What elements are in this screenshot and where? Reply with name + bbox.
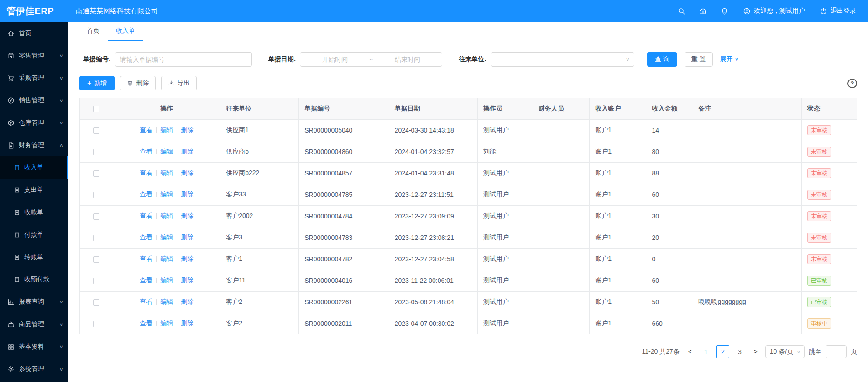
delete-link[interactable]: 删除 xyxy=(181,191,193,198)
delete-link[interactable]: 删除 xyxy=(181,148,193,155)
retail-icon xyxy=(7,52,15,59)
search-button[interactable]: 查 询 xyxy=(647,52,677,67)
cell-amount: 60 xyxy=(646,184,693,206)
row-checkbox[interactable] xyxy=(93,256,99,263)
cell-amount: 14 xyxy=(646,120,693,141)
edit-link[interactable]: 编辑 xyxy=(160,169,173,176)
prev-page-button[interactable]: < xyxy=(685,345,695,358)
edit-link[interactable]: 编辑 xyxy=(160,319,173,327)
edit-link[interactable]: 编辑 xyxy=(160,126,173,133)
delete-link[interactable]: 删除 xyxy=(181,276,193,284)
select-all-checkbox[interactable] xyxy=(93,106,99,112)
view-link[interactable]: 查看 xyxy=(140,298,152,305)
cell-bill-no: SR00000004784 xyxy=(299,206,389,227)
date-start-input[interactable] xyxy=(300,56,369,63)
warehouse-icon xyxy=(7,119,15,127)
sidebar-item-retail[interactable]: 零售管理∨ xyxy=(0,44,68,67)
page-button-3[interactable]: 3 xyxy=(733,345,746,358)
view-link[interactable]: 查看 xyxy=(140,212,152,219)
header-actions: 欢迎您，测试用户 退出登录 xyxy=(664,7,868,15)
view-link[interactable]: 查看 xyxy=(140,126,152,133)
sidebar-item-system[interactable]: 系统管理∨ xyxy=(0,358,68,380)
view-link[interactable]: 查看 xyxy=(140,148,152,155)
user-welcome[interactable]: 欢迎您，测试用户 xyxy=(743,7,805,15)
logout-button[interactable]: 退出登录 xyxy=(820,7,856,15)
sidebar-item-sales[interactable]: 销售管理∨ xyxy=(0,89,68,111)
row-checkbox[interactable] xyxy=(93,213,99,220)
delete-link[interactable]: 删除 xyxy=(181,233,193,241)
help-icon[interactable]: ? xyxy=(847,79,857,88)
row-checkbox[interactable] xyxy=(93,235,99,241)
view-link[interactable]: 查看 xyxy=(140,276,152,284)
add-button[interactable]: + 新增 xyxy=(79,76,115,90)
cell-finance-staff xyxy=(533,313,589,334)
jump-input[interactable] xyxy=(826,345,847,358)
purchase-icon xyxy=(7,74,15,82)
view-link[interactable]: 查看 xyxy=(140,233,152,241)
sidebar-item-basic[interactable]: 基本资料∨ xyxy=(0,335,68,358)
page-size-select[interactable]: 10 条/页 ∨ xyxy=(765,345,805,358)
edit-link[interactable]: 编辑 xyxy=(160,255,173,262)
link-divider xyxy=(156,235,157,240)
expand-link[interactable]: 展开 ∨ xyxy=(720,55,738,64)
sidebar-subitem-income-bill[interactable]: 收入单 xyxy=(0,156,68,179)
sidebar-item-purchase[interactable]: 采购管理∨ xyxy=(0,67,68,89)
delete-link[interactable]: 删除 xyxy=(181,255,193,262)
row-checkbox[interactable] xyxy=(93,299,99,306)
link-divider xyxy=(156,299,157,305)
edit-link[interactable]: 编辑 xyxy=(160,298,173,305)
view-link[interactable]: 查看 xyxy=(140,319,152,327)
date-range-picker[interactable]: ~ xyxy=(300,52,442,67)
row-checkbox[interactable] xyxy=(93,192,99,198)
delete-link[interactable]: 删除 xyxy=(181,169,193,176)
cell-checkbox xyxy=(80,184,113,206)
delete-button[interactable]: 删除 xyxy=(120,76,156,90)
view-link[interactable]: 查看 xyxy=(140,255,152,262)
row-checkbox[interactable] xyxy=(93,149,99,155)
sidebar-item-report[interactable]: 报表查询∨ xyxy=(0,291,68,313)
page-button-2[interactable]: 2 xyxy=(716,345,729,358)
cell-checkbox xyxy=(80,120,113,141)
edit-link[interactable]: 编辑 xyxy=(160,148,173,155)
cell-actions: 查看编辑删除 xyxy=(113,227,220,249)
sidebar-item-home[interactable]: 首页 xyxy=(0,22,68,44)
delete-link[interactable]: 删除 xyxy=(181,212,193,219)
cell-amount: 0 xyxy=(646,249,693,270)
row-checkbox[interactable] xyxy=(93,127,99,134)
tab-income-bill[interactable]: 收入单 xyxy=(108,22,143,41)
bell-icon[interactable] xyxy=(721,7,728,15)
search-icon[interactable] xyxy=(678,7,685,15)
delete-link[interactable]: 删除 xyxy=(181,298,193,305)
sidebar-subitem-payment-bill[interactable]: 付款单 xyxy=(0,223,68,246)
delete-link[interactable]: 删除 xyxy=(181,126,193,133)
export-button[interactable]: 导出 xyxy=(161,76,197,90)
row-checkbox[interactable] xyxy=(93,278,99,284)
row-checkbox[interactable] xyxy=(93,321,99,327)
next-page-button[interactable]: > xyxy=(750,345,761,358)
sidebar-item-warehouse[interactable]: 仓库管理∨ xyxy=(0,111,68,134)
sidebar-item-finance[interactable]: 财务管理∧ xyxy=(0,134,68,156)
sidebar-item-goods[interactable]: 商品管理∨ xyxy=(0,313,68,335)
view-link[interactable]: 查看 xyxy=(140,169,152,176)
cell-status: 未审核 xyxy=(802,184,857,206)
edit-link[interactable]: 编辑 xyxy=(160,212,173,219)
page-button-1[interactable]: 1 xyxy=(700,345,712,358)
sidebar-subitem-receipt-bill[interactable]: 收款单 xyxy=(0,201,68,223)
view-link[interactable]: 查看 xyxy=(140,191,152,198)
column-header: 操作员 xyxy=(477,98,533,120)
row-checkbox[interactable] xyxy=(93,170,99,177)
tab-home[interactable]: 首页 xyxy=(78,22,108,41)
sidebar-subitem-transfer-bill[interactable]: 转账单 xyxy=(0,246,68,268)
sidebar-subitem-expense-bill[interactable]: 支出单 xyxy=(0,179,68,201)
sidebar-subitem-advance-receipt[interactable]: 收预付款 xyxy=(0,268,68,291)
date-end-input[interactable] xyxy=(373,56,442,63)
reset-button[interactable]: 重 置 xyxy=(685,52,713,67)
partner-select[interactable]: ∨ xyxy=(491,52,634,67)
delete-link[interactable]: 删除 xyxy=(181,319,193,327)
bill-no-input[interactable] xyxy=(115,52,252,67)
edit-link[interactable]: 编辑 xyxy=(160,276,173,284)
edit-link[interactable]: 编辑 xyxy=(160,191,173,198)
edit-link[interactable]: 编辑 xyxy=(160,233,173,241)
home-icon[interactable] xyxy=(699,7,707,15)
cell-actions: 查看编辑删除 xyxy=(113,206,220,227)
